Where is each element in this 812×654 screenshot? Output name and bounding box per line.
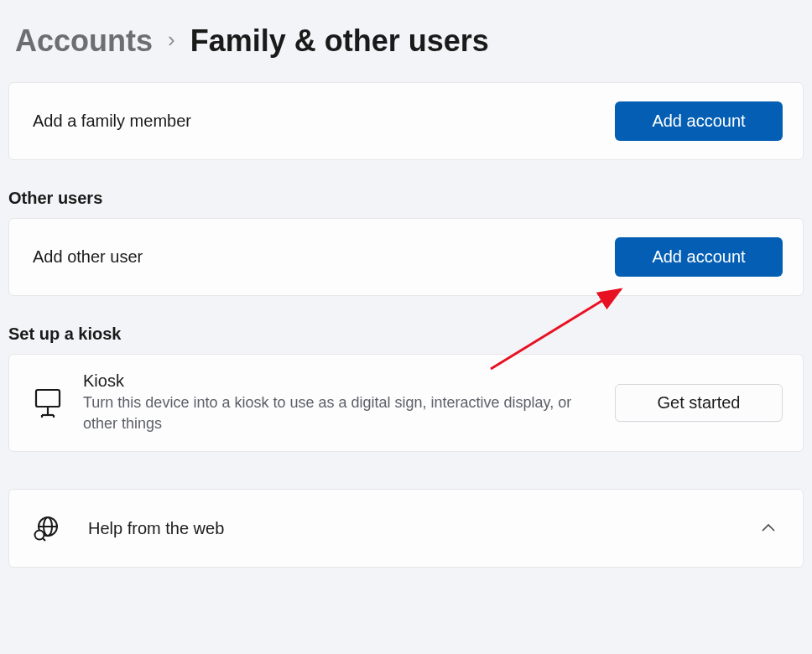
chevron-up-icon <box>761 520 776 537</box>
svg-rect-0 <box>36 390 60 407</box>
other-user-card: Add other user Add account <box>8 218 804 296</box>
family-member-card: Add a family member Add account <box>8 82 804 160</box>
kiosk-header: Set up a kiosk <box>0 296 812 354</box>
get-started-button[interactable]: Get started <box>615 384 783 422</box>
kiosk-text: Kiosk Turn this device into a kiosk to u… <box>83 371 595 434</box>
help-card[interactable]: Help from the web <box>8 489 804 568</box>
breadcrumb-parent[interactable]: Accounts <box>15 23 153 59</box>
globe-search-icon <box>33 515 60 542</box>
breadcrumb-current: Family & other users <box>190 23 489 59</box>
kiosk-description: Turn this device into a kiosk to use as … <box>83 392 595 434</box>
other-users-header: Other users <box>0 160 812 218</box>
chevron-right-icon: › <box>168 27 175 53</box>
kiosk-title: Kiosk <box>83 371 595 391</box>
svg-point-8 <box>35 531 44 540</box>
kiosk-card: Kiosk Turn this device into a kiosk to u… <box>8 354 804 452</box>
add-other-account-button[interactable]: Add account <box>615 237 783 277</box>
svg-line-9 <box>43 538 45 541</box>
kiosk-icon <box>33 387 63 420</box>
help-label: Help from the web <box>88 519 224 538</box>
other-user-label: Add other user <box>33 247 143 267</box>
add-family-account-button[interactable]: Add account <box>615 101 783 141</box>
breadcrumb: Accounts › Family & other users <box>0 0 812 82</box>
help-left: Help from the web <box>33 515 224 542</box>
family-member-label: Add a family member <box>33 112 191 131</box>
